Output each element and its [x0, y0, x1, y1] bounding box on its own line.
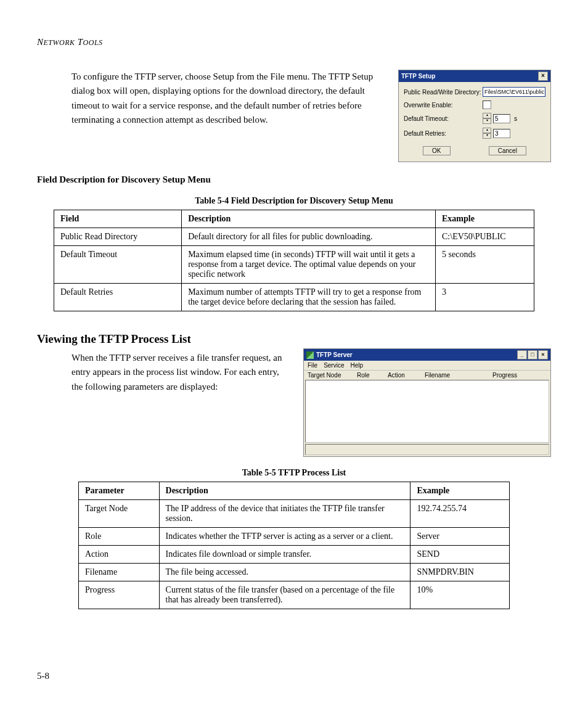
timeout-unit: s: [514, 115, 517, 122]
close-icon[interactable]: ×: [538, 350, 548, 359]
table-cell: 5 seconds: [436, 246, 534, 284]
section-heading-1: Field Description for Discovery Setup Me…: [37, 174, 551, 185]
process-list-area[interactable]: [305, 380, 549, 443]
table-2: Parameter Description Example Target Nod…: [78, 482, 510, 609]
dir-label: Public Read/Write Directory:: [404, 89, 483, 96]
section-heading-2: Viewing the TFTP Process List: [37, 332, 551, 346]
tftp-window-titlebar: TFTP Server _ □ ×: [304, 349, 550, 361]
table-row: Default RetriesMaximum number of attempt…: [54, 284, 534, 311]
overwrite-label: Overwrite Enable:: [404, 102, 483, 109]
intro-paragraph: To configure the TFTP server, choose Set…: [71, 70, 387, 127]
table-cell: 3: [436, 284, 534, 311]
col-role[interactable]: Role: [357, 372, 388, 379]
menu-file[interactable]: File: [308, 362, 317, 369]
table2-head-0: Parameter: [79, 482, 160, 500]
table-cell: 192.74.255.74: [410, 500, 510, 528]
dialog-titlebar: TFTP Setup ×: [399, 70, 550, 82]
status-bar: [305, 444, 549, 455]
table-cell: Indicates whether the TFTP server is act…: [159, 528, 410, 546]
tftp-window-title: TFTP Server: [316, 351, 353, 358]
timeout-label: Default Timeout:: [404, 115, 483, 122]
dialog-title-text: TFTP Setup: [401, 73, 435, 80]
retries-label: Default Retries:: [404, 130, 483, 137]
table-cell: SNMPDRV.BIN: [410, 564, 510, 581]
table-cell: Public Read Directory: [54, 228, 182, 246]
menu-service[interactable]: Service: [324, 362, 344, 369]
table-cell: Default Timeout: [54, 246, 182, 284]
minimize-icon[interactable]: _: [517, 350, 527, 359]
table-cell: The file being accessed.: [159, 564, 410, 581]
table2-head-2: Example: [410, 482, 510, 500]
table1-head-1: Description: [182, 210, 436, 228]
table-cell: Server: [410, 528, 510, 546]
table-cell: Role: [79, 528, 160, 546]
table-cell: The IP address of the device that initia…: [159, 500, 410, 528]
timeout-spinner[interactable]: ▴▾: [483, 113, 491, 124]
table2-head-1: Description: [159, 482, 410, 500]
menu-bar: File Service Help: [304, 361, 550, 371]
page-number: 5-8: [37, 671, 49, 681]
table-row: ActionIndicates file download or simple …: [79, 546, 510, 564]
ok-button[interactable]: OK: [423, 146, 450, 155]
table1-head-0: Field: [54, 210, 182, 228]
table-cell: Default directory for all files for publ…: [182, 228, 436, 246]
app-icon: [306, 351, 314, 359]
tftp-setup-dialog: TFTP Setup × Public Read/Write Directory…: [398, 70, 551, 162]
timeout-input[interactable]: 5: [493, 114, 510, 123]
table-row: FilenameThe file being accessed.SNMPDRV.…: [79, 564, 510, 581]
table-cell: Progress: [79, 581, 160, 609]
table-row: Target NodeThe IP address of the device …: [79, 500, 510, 528]
col-action[interactable]: Action: [388, 372, 425, 379]
table-row: RoleIndicates whether the TFTP server is…: [79, 528, 510, 546]
maximize-icon[interactable]: □: [528, 350, 537, 359]
table-cell: Filename: [79, 564, 160, 581]
table-cell: Current status of the file transfer (bas…: [159, 581, 410, 609]
table-cell: Indicates file download or simple transf…: [159, 546, 410, 564]
table-cell: 10%: [410, 581, 510, 609]
retries-input[interactable]: 3: [493, 129, 510, 138]
dir-input[interactable]: Files\SMC\EV611\public: [483, 87, 545, 97]
table-cell: Target Node: [79, 500, 160, 528]
table-row: ProgressCurrent status of the file trans…: [79, 581, 510, 609]
table-row: Public Read DirectoryDefault directory f…: [54, 228, 534, 246]
table-cell: Maximum elapsed time (in seconds) TFTP w…: [182, 246, 436, 284]
table-1: Field Description Example Public Read Di…: [54, 210, 534, 311]
menu-help[interactable]: Help: [350, 362, 363, 369]
table1-head-2: Example: [436, 210, 534, 228]
process-paragraph: When the TFTP server receives a file tra…: [71, 348, 292, 394]
table2-caption: Table 5-5 TFTP Process List: [37, 468, 551, 478]
cancel-button[interactable]: Cancel: [489, 146, 526, 155]
table-cell: Action: [79, 546, 160, 564]
table-cell: Maximum number of attempts TFTP will try…: [182, 284, 436, 311]
col-progress[interactable]: Progress: [492, 372, 536, 379]
tftp-server-window: TFTP Server _ □ × File Service Help Targ…: [303, 348, 551, 457]
table-cell: SEND: [410, 546, 510, 564]
page-header: NETWORK TOOLS: [37, 37, 551, 47]
table1-caption: Table 5-4 Field Description for Discover…: [37, 196, 551, 206]
table-row: Default TimeoutMaximum elapsed time (in …: [54, 246, 534, 284]
table-cell: Default Retries: [54, 284, 182, 311]
retries-spinner[interactable]: ▴▾: [483, 128, 491, 139]
close-icon[interactable]: ×: [538, 72, 548, 81]
column-headers: Target Node Role Action Filename Progres…: [304, 371, 550, 379]
col-filename[interactable]: Filename: [425, 372, 492, 379]
col-target-node[interactable]: Target Node: [308, 372, 357, 379]
table-cell: C:\EV50\PUBLIC: [436, 228, 534, 246]
overwrite-checkbox[interactable]: [483, 101, 491, 109]
